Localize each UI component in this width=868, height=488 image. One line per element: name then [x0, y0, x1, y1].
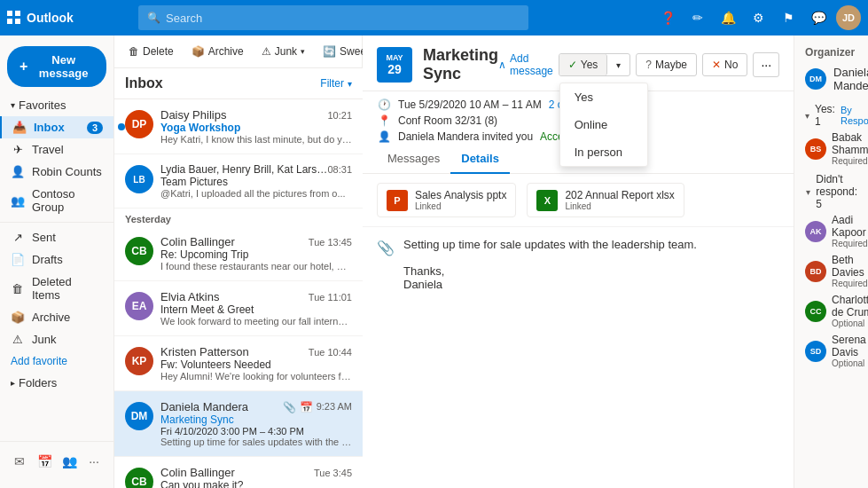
sweep-icon: 🔄	[323, 45, 336, 58]
pen-icon[interactable]: ✏	[685, 5, 710, 30]
junk-arrow-icon: ▾	[301, 47, 305, 56]
email-item[interactable]: KP Kristen Patterson Tue 10:44 Fw: Volun…	[114, 336, 363, 391]
more-button[interactable]: ···	[753, 52, 779, 77]
body-text: Setting up time for sale updates with th…	[403, 238, 697, 251]
email-item[interactable]: LB Lydia Bauer, Henry Brill, Kat Larsson…	[114, 154, 363, 209]
new-message-button[interactable]: + New message	[7, 46, 106, 87]
search-input[interactable]	[166, 12, 520, 25]
organizer-label: Organizer	[805, 46, 857, 59]
sidebar-item-contoso[interactable]: 👥 Contoso Group	[0, 183, 113, 218]
calendar-footer-icon[interactable]: 📅	[32, 449, 57, 474]
archive-icon: 📦	[11, 311, 25, 324]
yes-dropdown-button[interactable]: ▾	[607, 56, 629, 75]
avatar[interactable]: JD	[836, 5, 861, 30]
attachment-xlsx[interactable]: X 202 Annual Report xlsx Linked	[527, 183, 684, 217]
attendee-name: Charlotte de Crum	[832, 294, 868, 319]
email-preview: We look forward to meeting our fall inte…	[160, 316, 352, 327]
sidebar-item-robin[interactable]: 👤 Robin Counts	[0, 161, 113, 183]
tab-details[interactable]: Details	[450, 145, 510, 174]
email-list-header: Inbox Filter ▾	[114, 68, 363, 99]
app-name: Outlook	[27, 11, 74, 25]
mail-footer-icon[interactable]: ✉	[7, 449, 32, 474]
email-item[interactable]: DP Daisy Philips 10:21 Yoga Workshop Hey…	[114, 99, 363, 154]
yes-button[interactable]: ✓ Yes	[559, 54, 608, 75]
maybe-button[interactable]: ? Maybe	[636, 53, 697, 76]
sent-label: Sent	[32, 231, 56, 244]
yes-collapse-button[interactable]: ▾	[805, 108, 809, 122]
event-calendar-icon: MAY 29	[377, 47, 412, 83]
dropdown-option-yes[interactable]: Yes	[560, 83, 647, 111]
clock-icon: 🕐	[377, 98, 391, 111]
email-item-active[interactable]: DM Daniela Mandera 📎 📅 9:23 AM Marketing…	[114, 391, 363, 457]
settings-icon[interactable]: ⚙	[746, 5, 770, 30]
sidebar-item-archive[interactable]: 📦 Archive	[0, 306, 113, 328]
more-footer-icon[interactable]: ···	[82, 449, 106, 474]
tab-messages[interactable]: Messages	[377, 145, 450, 174]
calendar-email-icon: 📅	[300, 401, 313, 413]
sidebar-item-drafts[interactable]: 📄 Drafts	[0, 248, 113, 271]
email-time: Tue 11:01	[309, 292, 352, 303]
sidebar-item-sent[interactable]: ↗ Sent	[0, 226, 113, 248]
event-title: Marketing Sync	[423, 46, 498, 83]
archive-label: Archive	[208, 45, 244, 58]
attachment-type: Linked	[415, 201, 506, 211]
email-item[interactable]: CB Colin Ballinger Tue 3:45 Can you make…	[114, 457, 363, 488]
signature: Thanks,	[403, 264, 697, 278]
email-item[interactable]: EA Elvia Atkins Tue 11:01 Intern Meet & …	[114, 281, 363, 336]
attendee-details: Aadi Kapoor Required	[832, 214, 868, 248]
event-location: Conf Room 32/31 (8)	[398, 114, 497, 127]
help-icon[interactable]: ❓	[655, 5, 680, 30]
email-preview: Hey Alumni! We're looking for volunteers…	[160, 371, 352, 382]
attachment-pptx[interactable]: P Sales Analysis pptx Linked	[377, 183, 516, 217]
email-content: Colin Ballinger Tue 13:45 Re: Upcoming T…	[160, 235, 352, 272]
add-message-label: Add message	[510, 52, 553, 77]
email-preview: I found these restaurants near our hotel…	[160, 261, 352, 272]
flag-icon[interactable]: ⚑	[776, 5, 801, 30]
sidebar-divider	[0, 222, 113, 223]
email-item[interactable]: CB Colin Ballinger Tue 13:45 Re: Upcomin…	[114, 226, 363, 281]
sidebar-item-travel[interactable]: ✈ Travel	[0, 138, 113, 161]
dropdown-option-in-person[interactable]: In person	[560, 138, 647, 166]
sidebar-footer: ✉ 📅 👥 ···	[0, 441, 113, 481]
sidebar-item-favorites[interactable]: ▾ Favorites	[0, 94, 113, 116]
sidebar-item-inbox[interactable]: 📥 Inbox 3	[0, 116, 113, 138]
junk-button[interactable]: ⚠ Junk ▾	[254, 42, 312, 61]
didnt-collapse-button[interactable]: ▾	[805, 185, 810, 199]
toolbar: 🗑 Delete 📦 Archive ⚠ Junk ▾ 🔄 Sweep → Mo…	[114, 35, 362, 68]
archive-button[interactable]: 📦 Archive	[184, 42, 251, 61]
filter-button[interactable]: Filter ▾	[320, 77, 352, 90]
attendee-name: Aadi Kapoor	[832, 214, 868, 239]
chat-icon[interactable]: 💬	[806, 5, 831, 30]
avatar: CB	[125, 237, 153, 265]
attendee-item: AK Aadi Kapoor Required	[805, 214, 857, 248]
attendee-avatar: SD	[805, 341, 826, 362]
sidebar-item-junk[interactable]: ⚠ Junk	[0, 328, 113, 350]
attendee-avatar: BS	[805, 138, 826, 160]
avatar: DM	[125, 402, 153, 430]
add-favorite-button[interactable]: Add favorite	[0, 350, 113, 372]
message-text: Setting up time for sale updates with th…	[403, 238, 697, 477]
inbox-label: Inbox	[34, 121, 65, 134]
attendee-item: CC Charlotte de Crum Optional	[805, 294, 857, 328]
sidebar-item-deleted[interactable]: 🗑 Deleted Items	[0, 271, 113, 306]
add-message-button[interactable]: ∧ Add message	[498, 52, 553, 77]
attendee-details: Serena Davis Optional	[832, 334, 866, 368]
bell-icon[interactable]: 🔔	[716, 5, 740, 30]
attendee-role: Required	[832, 239, 868, 248]
email-content: Lydia Bauer, Henry Brill, Kat Larsson, 0…	[160, 163, 352, 199]
people-footer-icon[interactable]: 👥	[57, 449, 82, 474]
email-sender: Colin Ballinger	[160, 466, 235, 479]
sidebar: + New message ▾ Favorites 📥 Inbox 3 ✈ Tr…	[0, 35, 114, 488]
by-response-label[interactable]: By Response	[841, 105, 868, 126]
contoso-label: Contoso Group	[32, 187, 103, 214]
top-bar: Outlook 🔍 ❓ ✏ 🔔 ⚙ ⚑ 💬 JD	[0, 0, 868, 35]
attachment-name: 202 Annual Report xlsx	[565, 189, 674, 201]
no-button[interactable]: ✕ No	[702, 53, 747, 76]
email-sender: Daniela Mandera	[160, 400, 248, 413]
email-sender: Lydia Bauer, Henry Brill, Kat Larsson,	[160, 163, 327, 176]
sidebar-item-folders[interactable]: ▸ Folders	[0, 372, 113, 394]
delete-button[interactable]: 🗑 Delete	[121, 42, 181, 61]
email-items: DP Daisy Philips 10:21 Yoga Workshop Hey…	[114, 99, 363, 488]
search-bar[interactable]: 🔍	[138, 5, 528, 30]
dropdown-option-online[interactable]: Online	[560, 111, 647, 138]
